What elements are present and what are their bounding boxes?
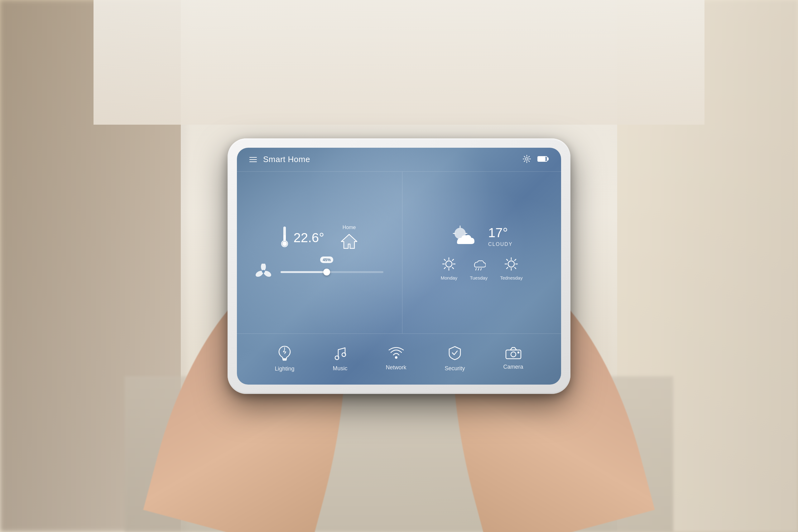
- weather-forecast: Monday: [441, 257, 523, 281]
- sunny-icon-monday: [442, 257, 456, 272]
- weather-cloudy-icon: [451, 225, 479, 248]
- weather-panel: 17° CLOUDY: [402, 172, 562, 334]
- battery-icon: [537, 155, 549, 164]
- svg-line-37: [515, 259, 516, 261]
- forecast-day-monday: Monday: [441, 257, 457, 281]
- bottom-nav: Lighting Music: [237, 334, 561, 384]
- temperature-value: 22.6°: [293, 230, 324, 245]
- slider-value: 45%: [320, 256, 333, 263]
- weather-temperature: 17°: [488, 225, 513, 240]
- nav-item-network[interactable]: Network: [380, 343, 413, 374]
- svg-line-29: [481, 268, 481, 270]
- svg-line-24: [452, 267, 454, 269]
- room-ceiling: [94, 0, 704, 125]
- settings-icon[interactable]: [522, 155, 531, 165]
- app-title: Smart Home: [263, 155, 310, 164]
- fan-icon: [255, 264, 271, 281]
- svg-line-35: [507, 259, 508, 261]
- music-icon: [333, 345, 347, 362]
- svg-line-28: [478, 268, 479, 270]
- weather-section: 17° CLOUDY: [415, 225, 549, 281]
- temp-home-row: 22.6° Home: [280, 225, 359, 251]
- svg-line-25: [452, 259, 454, 261]
- menu-line-1: [249, 157, 257, 158]
- svg-point-18: [446, 261, 452, 267]
- svg-line-26: [444, 267, 445, 269]
- shield-icon: [448, 345, 462, 362]
- forecast-day-tuesday: Tuesday: [470, 257, 488, 281]
- nav-label-network: Network: [386, 364, 406, 371]
- forecast-day-wednesday: Tednesday: [500, 257, 523, 281]
- weather-current: 17° CLOUDY: [451, 225, 513, 248]
- svg-point-45: [335, 356, 339, 360]
- svg-point-47: [395, 357, 397, 358]
- svg-rect-2: [547, 158, 548, 160]
- screen-content: 22.6° Home: [237, 172, 561, 384]
- svg-point-50: [511, 352, 516, 357]
- climate-panel: 22.6° Home: [237, 172, 402, 334]
- svg-point-8: [283, 242, 286, 246]
- lightbulb-icon: [278, 345, 291, 362]
- sunny-icon-wednesday: [505, 257, 518, 272]
- svg-point-9: [261, 264, 266, 271]
- svg-point-12: [262, 270, 265, 273]
- fan-row: 45%: [252, 264, 386, 281]
- nav-item-security[interactable]: Security: [438, 342, 471, 375]
- svg-line-38: [507, 267, 508, 269]
- nav-item-lighting[interactable]: Lighting: [268, 342, 301, 375]
- home-section[interactable]: Home: [340, 225, 359, 251]
- svg-marker-49: [510, 347, 516, 350]
- tablet-wrapper: Smart Home: [228, 138, 570, 394]
- svg-point-30: [508, 261, 514, 267]
- hamburger-menu-icon[interactable]: [249, 157, 257, 162]
- weather-info: 17° CLOUDY: [488, 225, 513, 247]
- header-right: [522, 155, 549, 165]
- header-left: Smart Home: [249, 155, 310, 164]
- svg-rect-48: [506, 350, 521, 359]
- nav-label-lighting: Lighting: [274, 365, 294, 372]
- svg-point-0: [526, 158, 528, 160]
- home-label: Home: [343, 225, 356, 230]
- top-panels: 22.6° Home: [237, 172, 561, 334]
- nav-label-security: Security: [444, 365, 465, 372]
- temperature-display: 22.6°: [280, 226, 324, 249]
- forecast-label-monday: Monday: [441, 275, 457, 281]
- svg-rect-51: [518, 352, 519, 353]
- menu-line-3: [249, 162, 257, 162]
- weather-condition: CLOUDY: [488, 242, 513, 247]
- tablet-screen: Smart Home: [237, 148, 561, 385]
- screen-header: Smart Home: [237, 148, 561, 172]
- forecast-label-wednesday: Tednesday: [500, 275, 523, 281]
- camera-icon: [505, 347, 521, 361]
- menu-line-2: [249, 159, 257, 160]
- svg-line-23: [444, 259, 445, 261]
- nav-item-camera[interactable]: Camera: [497, 344, 529, 373]
- wifi-icon: [388, 346, 404, 361]
- tablet-device: Smart Home: [228, 138, 570, 394]
- svg-point-46: [342, 353, 346, 357]
- slider-track: [281, 271, 383, 273]
- nav-item-music[interactable]: Music: [327, 342, 354, 375]
- forecast-label-tuesday: Tuesday: [470, 275, 488, 281]
- svg-line-36: [515, 267, 516, 269]
- svg-rect-6: [284, 235, 285, 241]
- thermometer-icon: [280, 226, 289, 249]
- nav-label-music: Music: [333, 365, 347, 372]
- svg-line-27: [476, 268, 476, 270]
- slider-thumb[interactable]: [323, 269, 330, 276]
- humidity-slider[interactable]: 45%: [281, 266, 383, 278]
- home-icon: [340, 233, 359, 251]
- nav-label-camera: Camera: [503, 364, 523, 370]
- slider-fill: [281, 271, 327, 273]
- svg-rect-3: [538, 157, 545, 161]
- rainy-icon-tuesday: [472, 257, 486, 272]
